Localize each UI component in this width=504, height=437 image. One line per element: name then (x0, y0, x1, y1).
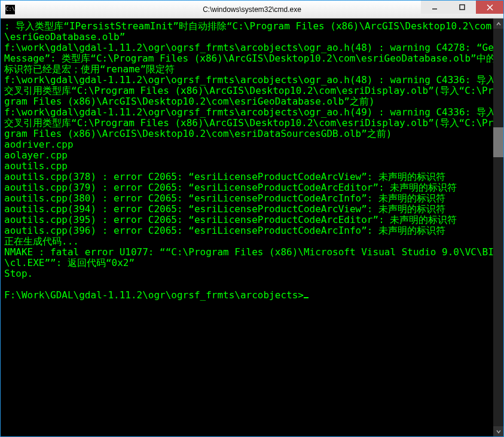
maximize-icon (459, 4, 465, 10)
scroll-down-button[interactable] (493, 426, 503, 436)
output-line: aoutils.cpp(379) : error C2065: “esriLic… (4, 182, 457, 193)
svg-rect-1 (460, 5, 465, 10)
output-line: aolayer.cpp (4, 149, 68, 161)
window-controls (421, 1, 503, 18)
cmd-icon: C:\ (5, 5, 15, 14)
output-line: aoutils.cpp (4, 160, 68, 172)
output-line: aoutils.cpp(380) : error C2065: “esriLic… (4, 192, 445, 204)
scroll-up-button[interactable] (493, 19, 503, 29)
output-line: f:\work\gdal\gdal-1.11.2\ogr\ogrsf_frmts… (4, 74, 499, 107)
output-line: aoutils.cpp(378) : error C2065: “esriLic… (4, 171, 445, 182)
output-line: f:\work\gdal\gdal-1.11.2\ogr\ogrsf_frmts… (4, 106, 499, 139)
close-button[interactable] (476, 1, 503, 14)
output-line: 正在生成代码... (4, 236, 79, 247)
prompt-line: F:\Work\GDAL\gdal-1.11.2\ogr\ogrsf_frmts… (4, 289, 304, 301)
output-line: Stop. (4, 268, 33, 279)
output-line: NMAKE : fatal error U1077: ““C:\Program … (4, 246, 499, 268)
vertical-scrollbar[interactable] (493, 19, 503, 436)
minimize-button[interactable] (421, 1, 448, 14)
output-line: aodriver.cpp (4, 139, 74, 150)
chevron-down-icon (496, 429, 501, 434)
console-output-area[interactable]: : 导入类型库“IPersistStreamInit”时自动排除“C:\Prog… (1, 19, 503, 436)
command-prompt-window: C:\ C:\windows\system32\cmd.exe : 导入类型库“… (1, 1, 503, 436)
scroll-track[interactable] (493, 29, 503, 426)
output-line: aoutils.cpp(395) : error C2065: “esriLic… (4, 214, 457, 225)
output-line: aoutils.cpp(394) : error C2065: “esriLic… (4, 203, 445, 215)
text-cursor (304, 290, 308, 298)
chevron-up-icon (496, 22, 501, 26)
console-text: : 导入类型库“IPersistStreamInit”时自动排除“C:\Prog… (4, 21, 500, 301)
close-icon (487, 4, 493, 11)
maximize-button[interactable] (448, 1, 476, 14)
scroll-thumb[interactable] (493, 127, 503, 157)
output-line: f:\work\gdal\gdal-1.11.2\ogr\ogrsf_frmts… (4, 42, 499, 75)
output-line: aoutils.cpp(396) : error C2065: “esriLic… (4, 225, 445, 236)
minimize-icon (432, 4, 438, 10)
output-line: : 导入类型库“IPersistStreamInit”时自动排除“C:\Prog… (4, 20, 491, 42)
titlebar[interactable]: C:\ C:\windows\system32\cmd.exe (1, 1, 503, 19)
